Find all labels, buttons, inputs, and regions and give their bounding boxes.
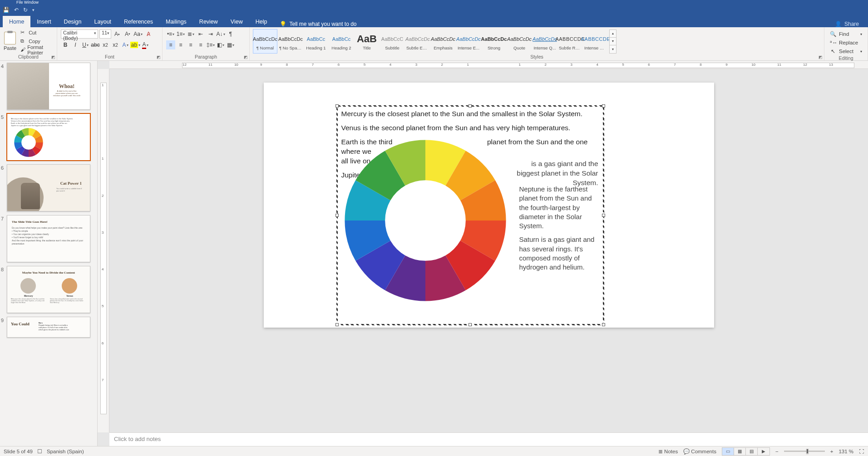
status-slide[interactable]: Slide 5 of 49	[4, 449, 33, 454]
tell-me-search[interactable]: 💡 Tell me what you want to do	[280, 21, 356, 27]
style-intense-re-[interactable]: AABBCCDEIntense Re...	[583, 29, 608, 54]
tab-references[interactable]: References	[118, 16, 159, 27]
notes-button[interactable]: ≣ Notes	[658, 448, 678, 455]
style-quote[interactable]: AaBbCcDcQuote	[507, 29, 532, 54]
bullets-button[interactable]: •≡	[166, 29, 175, 39]
replace-button[interactable]: ᵃ↔Replace	[830, 39, 862, 47]
shading-button[interactable]: ◧	[216, 40, 225, 49]
style-title[interactable]: AaBTitle	[355, 29, 379, 54]
share-button[interactable]: 👤 Share	[835, 21, 868, 27]
slide-thumbnail-6[interactable]: Cat Power 1 You could write a subtitle h…	[7, 164, 90, 211]
comments-button[interactable]: 💬 Comments	[683, 448, 716, 455]
undo-icon[interactable]: ↶	[14, 7, 19, 13]
style-strong[interactable]: AaBbCcDcStrong	[482, 29, 506, 54]
normal-view-button[interactable]: ▭	[722, 448, 734, 455]
style--no-spac-[interactable]: AaBbCcDc¶ No Spac...	[278, 29, 303, 54]
style-subtle-em-[interactable]: AaBbCcDcSubtle Em...	[405, 29, 430, 54]
font-name-select[interactable]: Calibri (Body)	[61, 29, 98, 39]
slide-thumbnail-9[interactable]: You Could Mars Despite being red, Mars i…	[7, 317, 90, 338]
text-effects-button[interactable]: A	[121, 40, 130, 49]
zoom-in-button[interactable]: +	[830, 449, 833, 454]
bold-button[interactable]: B	[61, 40, 70, 49]
notes-pane[interactable]: Click to add notes	[109, 432, 868, 446]
superscript-button[interactable]: x2	[111, 40, 120, 49]
shrink-font-button[interactable]: A▾	[123, 29, 132, 39]
tab-home[interactable]: Home	[3, 16, 30, 27]
strikethrough-button[interactable]: abc	[91, 40, 100, 49]
underline-button[interactable]: U	[81, 40, 90, 49]
zoom-level[interactable]: 131 %	[838, 449, 853, 454]
font-dialog-launcher-icon[interactable]: ◩	[157, 55, 161, 59]
document-page[interactable]: Mercury is the closest planet to the Sun…	[264, 83, 714, 328]
line-spacing-button[interactable]: ‡≡	[206, 40, 215, 49]
grow-font-button[interactable]: A▴	[113, 29, 122, 39]
style-intense-e-[interactable]: AaBbCcDcIntense E...	[456, 29, 481, 54]
save-icon[interactable]: 💾	[3, 7, 10, 13]
tab-mailings[interactable]: Mailings	[159, 16, 193, 27]
resize-handle-icon[interactable]	[335, 214, 339, 217]
style--normal[interactable]: AaBbCcDc¶ Normal	[253, 29, 277, 54]
slideshow-view-button[interactable]: ▶	[758, 448, 769, 455]
style-subtitle[interactable]: AaBbCcCSubtitle	[380, 29, 404, 54]
tab-review[interactable]: Review	[193, 16, 224, 27]
text-frame[interactable]: Mercury is the closest planet to the Sun…	[336, 105, 604, 325]
paragraph-dialog-launcher-icon[interactable]: ◩	[244, 55, 248, 59]
increase-indent-button[interactable]: ⇥	[206, 29, 215, 39]
slide-thumbnail-8[interactable]: Maybe You Need to Divide the Content Mer…	[7, 266, 90, 313]
borders-button[interactable]: ▦	[226, 40, 235, 49]
styles-scroll-button[interactable]: ▾	[610, 45, 616, 53]
styles-dialog-launcher-icon[interactable]: ◩	[819, 55, 823, 59]
clear-formatting-button[interactable]: A̷	[144, 29, 153, 39]
zoom-slider[interactable]	[784, 451, 825, 452]
sorter-view-button[interactable]: ▦	[734, 448, 746, 455]
decrease-indent-button[interactable]: ⇤	[196, 29, 205, 39]
style-subtle-ref-[interactable]: AABBCCDCSubtle Ref...	[558, 29, 582, 54]
styles-scroll-button[interactable]: ▾	[610, 38, 616, 45]
resize-handle-icon[interactable]	[469, 104, 472, 108]
accessibility-icon[interactable]: ☐	[37, 448, 42, 455]
sort-button[interactable]: A↓	[216, 29, 225, 39]
tab-insert[interactable]: Insert	[30, 16, 57, 27]
vertical-ruler[interactable]: 11234567	[98, 69, 109, 432]
change-case-button[interactable]: Aa	[133, 29, 143, 39]
align-center-button[interactable]: ≡	[176, 40, 185, 49]
resize-handle-icon[interactable]	[602, 323, 605, 326]
tab-help[interactable]: Help	[249, 16, 274, 27]
numbering-button[interactable]: 1≡	[176, 29, 185, 39]
clipboard-dialog-launcher-icon[interactable]: ◩	[51, 55, 55, 59]
select-button[interactable]: ↖Select▾	[830, 47, 862, 55]
cut-button[interactable]: Cut	[19, 29, 54, 37]
style-emphasis[interactable]: AaBbCcDcEmphasis	[431, 29, 455, 54]
slide-thumbnail-7[interactable]: The Slide Title Goes Here! Do you know w…	[7, 215, 90, 262]
fit-window-button[interactable]: ⛶	[859, 449, 864, 454]
font-color-button[interactable]: A	[141, 40, 150, 49]
justify-button[interactable]: ≡	[196, 40, 205, 49]
tab-view[interactable]: View	[224, 16, 249, 27]
redo-icon[interactable]: ↻	[23, 7, 28, 13]
subscript-button[interactable]: x2	[101, 40, 110, 49]
resize-handle-icon[interactable]	[602, 214, 605, 217]
resize-handle-icon[interactable]	[469, 323, 472, 326]
zoom-out-button[interactable]: −	[775, 449, 779, 454]
find-button[interactable]: 🔍Find▾	[830, 30, 862, 38]
paste-button[interactable]: Paste	[3, 29, 17, 54]
reading-view-button[interactable]: ▤	[746, 448, 758, 455]
multilevel-button[interactable]: ≣	[186, 29, 195, 39]
qat-more-icon[interactable]: ▾	[32, 8, 35, 12]
style-heading-1[interactable]: AaBbCcHeading 1	[304, 29, 328, 54]
highlight-button[interactable]: ab	[131, 40, 140, 49]
show-marks-button[interactable]: ¶	[226, 29, 235, 39]
tab-layout[interactable]: Layout	[88, 16, 118, 27]
tab-design[interactable]: Design	[58, 16, 88, 27]
slide-thumbnail-4[interactable]: Whoa! A slide for the end of the present…	[7, 63, 90, 110]
status-language[interactable]: Spanish (Spain)	[47, 449, 84, 454]
slide-thumbnail-5[interactable]: Mercury is the closest planet to the Sun…	[7, 113, 90, 161]
style-intense-q-[interactable]: AaBbCcDcIntense Q...	[533, 29, 557, 54]
style-heading-2[interactable]: AaBbCcHeading 2	[329, 29, 354, 54]
resize-handle-icon[interactable]	[335, 104, 339, 108]
align-right-button[interactable]: ≡	[186, 40, 195, 49]
thumbnail-panel[interactable]: 4 Whoa! A slide for the end of the prese…	[0, 61, 98, 446]
align-left-button[interactable]: ≡	[166, 40, 175, 49]
resize-handle-icon[interactable]	[335, 323, 339, 326]
format-painter-button[interactable]: Format Painter	[19, 46, 54, 54]
